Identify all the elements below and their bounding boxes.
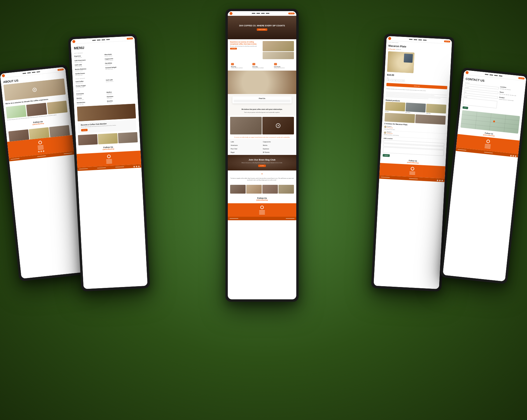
social-facebook[interactable]	[510, 155, 511, 156]
roasting-icon	[231, 63, 234, 65]
nav-order-btn[interactable]: Order Now	[127, 37, 133, 40]
gallery-thumb-3	[49, 125, 70, 137]
nav-link[interactable]	[27, 72, 31, 74]
nav-link[interactable]	[409, 39, 413, 40]
gallery-1	[78, 134, 98, 145]
related-item-2: Book Stand	[405, 103, 426, 114]
footer-link[interactable]	[106, 161, 112, 162]
related-image-5	[415, 114, 446, 124]
footer-link[interactable]	[106, 160, 112, 161]
size-m[interactable]: M	[394, 79, 397, 82]
nav-link[interactable]	[499, 75, 502, 76]
footer-links	[382, 170, 443, 176]
rating-text: RATED 5.00	[396, 49, 401, 50]
size-xl[interactable]: XL	[401, 80, 405, 82]
nav-link[interactable]	[252, 13, 255, 14]
size-l[interactable]: L	[398, 79, 401, 82]
gallery-thumb-3	[262, 185, 278, 194]
star-3: ★	[391, 48, 392, 50]
nav-link[interactable]	[423, 40, 427, 41]
nav-order-btn[interactable]: Order Now	[288, 13, 295, 14]
review-submit-btn[interactable]: Submit	[383, 154, 390, 157]
social-facebook[interactable]	[134, 166, 135, 167]
testimonial-text: "I've been a regular at this coffee shop…	[230, 177, 294, 181]
find-us-card: Find Us	[232, 96, 292, 103]
related-image-2	[405, 103, 426, 112]
hero-cta-btn[interactable]: Explore Our Menu	[257, 28, 267, 31]
nav-link[interactable]	[494, 75, 498, 76]
nav-bar-3: Order Now	[228, 11, 296, 16]
footer-link[interactable]	[409, 174, 415, 175]
social-twitter[interactable]	[138, 166, 140, 167]
video-play-btn[interactable]	[276, 123, 280, 128]
nav-link[interactable]	[92, 40, 96, 41]
experience-btn[interactable]: Learn More	[230, 48, 237, 49]
nav-order-btn[interactable]: Order Now	[58, 68, 64, 71]
nav-link[interactable]	[266, 13, 269, 14]
product-layout	[385, 50, 451, 76]
product-main-image	[387, 51, 415, 73]
nav-link[interactable]	[106, 39, 110, 40]
social-icon-twitter[interactable]	[43, 150, 44, 152]
nav-order-btn[interactable]: Order Now	[519, 77, 525, 79]
nav-link[interactable]	[256, 13, 260, 14]
nav-link[interactable]	[97, 40, 100, 41]
footer-address	[97, 167, 106, 168]
footer-link[interactable]	[106, 163, 112, 163]
reviewer-details: Reviewer 2 ★★★★★	[387, 132, 393, 134]
footer-email	[64, 153, 73, 154]
footer-link[interactable]	[106, 159, 112, 160]
footer-link[interactable]	[259, 214, 265, 214]
footer-link[interactable]	[409, 171, 415, 172]
gallery-thumb-1	[230, 185, 246, 194]
nav-link[interactable]	[490, 74, 493, 76]
contact-submit-btn[interactable]: Send	[463, 106, 468, 109]
social-icon-facebook[interactable]	[38, 151, 40, 152]
about-image-coffee	[26, 103, 47, 117]
social-twitter[interactable]	[442, 180, 443, 182]
nav-link[interactable]	[36, 71, 40, 72]
nav-link[interactable]	[102, 39, 105, 40]
footer-address	[286, 218, 295, 219]
footer-link[interactable]	[259, 213, 265, 213]
nav-order-btn[interactable]: Order Now	[444, 40, 450, 42]
about-image-macaron	[6, 105, 27, 119]
footer-link[interactable]	[259, 210, 265, 211]
footer-bottom-3	[228, 217, 296, 220]
nav-links-2	[92, 39, 110, 41]
footer-link[interactable]	[409, 173, 415, 173]
contact-form: First Name Last Name Email Message	[463, 82, 499, 112]
nav-link[interactable]	[23, 73, 26, 74]
social-instagram[interactable]	[512, 155, 514, 156]
experience-image-top	[263, 41, 294, 51]
member-join-btn[interactable]: Join Now	[81, 129, 88, 131]
social-facebook[interactable]	[437, 180, 438, 181]
nav-link[interactable]	[32, 72, 35, 73]
social-twitter[interactable]	[515, 155, 516, 157]
nav-logo-4	[388, 37, 391, 40]
community-icon	[274, 63, 277, 65]
footer-social	[510, 155, 516, 157]
social-instagram[interactable]	[439, 180, 441, 181]
feature-sourcing: Sourcing Sustainable farms worldwide	[251, 62, 272, 69]
footer-link[interactable]	[259, 211, 265, 212]
experience-text: Experience our journey of crafting excep…	[230, 41, 262, 59]
social-instagram[interactable]	[136, 166, 137, 167]
size-xs[interactable]: XS	[386, 79, 390, 81]
nav-link[interactable]	[261, 13, 265, 14]
footer-link[interactable]	[38, 148, 44, 150]
bean-bag-btn[interactable]: Join Now	[258, 165, 266, 167]
menu-coffee-image	[77, 104, 136, 121]
follow-handle[interactable]: @divicoffeeshop	[230, 199, 294, 201]
menu-image-overlay	[77, 104, 136, 121]
star-4: ★	[393, 48, 394, 50]
size-s[interactable]: S	[391, 79, 393, 82]
hero-title: DIVI COFFEE CO. WHERE EVERY SIP COUNTS	[236, 24, 288, 27]
contact-block: Contact info@divicoffee.com +1 555-123-4…	[499, 96, 522, 102]
footer-link[interactable]	[485, 147, 490, 148]
nav-link[interactable]	[414, 39, 417, 40]
social-icon-instagram[interactable]	[40, 151, 42, 152]
nav-link[interactable]	[418, 39, 422, 40]
experience-desc: We source only the finest beans from eth…	[230, 46, 262, 47]
nav-link[interactable]	[485, 74, 488, 75]
